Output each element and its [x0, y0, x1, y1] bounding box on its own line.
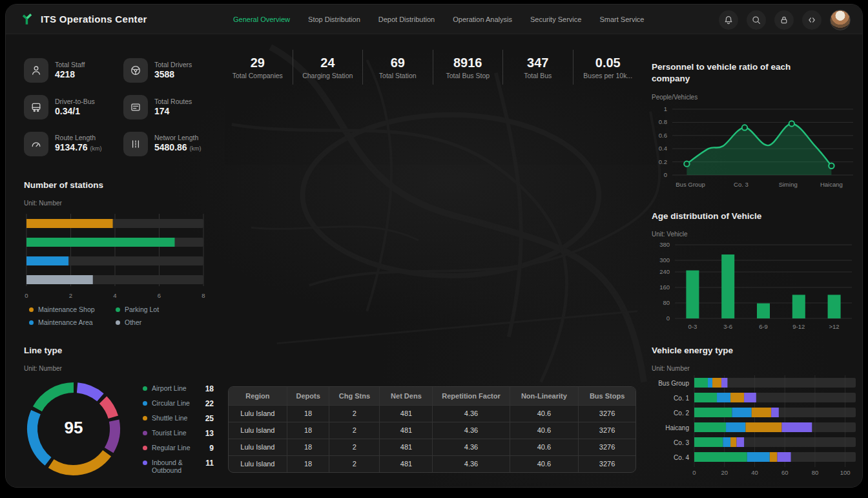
table-cell: Lulu Island — [229, 422, 287, 439]
line-type-chart-title: Line type — [24, 346, 62, 355]
legend-value: 18 — [205, 384, 214, 393]
table-row: Lulu Island1824814.3640.63276 — [229, 439, 636, 455]
svg-text:6-9: 6-9 — [759, 323, 768, 330]
table-cell: 4.36 — [433, 439, 510, 455]
kpi-label: Total Bus Stop — [446, 72, 490, 79]
legend-item-inbound-outbound[interactable]: Inbound & Outbound11 — [143, 459, 214, 474]
stations-chart-unit: Unit: Number — [24, 200, 62, 207]
legend-item-regular-line[interactable]: Regular Line9 — [143, 444, 214, 453]
energy-segment — [717, 393, 730, 402]
kpi-total-bus: 347Total Bus — [502, 50, 573, 85]
age-bar — [757, 304, 770, 318]
main-nav: General OverviewStop DistributionDepot D… — [233, 5, 644, 34]
energy-segment — [747, 452, 770, 462]
table-cell: 2 — [329, 422, 380, 439]
road-icon — [123, 132, 148, 156]
legend-item-shuttle-line[interactable]: Shuttle Line25 — [143, 414, 214, 423]
age-bar — [721, 254, 734, 318]
legend-dot — [143, 461, 147, 465]
stat-card-total-routes: Total Routes174 — [123, 93, 223, 121]
legend-item-maintenance-shop[interactable]: Maintenance Shop — [29, 306, 116, 313]
search-icon[interactable] — [747, 10, 766, 30]
stat-label: Driver-to-Bus — [55, 98, 95, 106]
svg-text:3-6: 3-6 — [723, 323, 732, 330]
energy-segment — [694, 422, 726, 432]
bell-icon[interactable] — [719, 10, 738, 30]
legend-dot — [29, 320, 34, 325]
svg-text:40: 40 — [751, 469, 758, 476]
stat-value: 174 — [154, 106, 192, 117]
table-cell: Lulu Island — [229, 405, 287, 422]
legend-item-airport-line[interactable]: Airport Line18 — [143, 384, 214, 393]
column-header-bus-stops: Bus Stops — [579, 387, 636, 405]
legend-item-other[interactable]: Other — [116, 318, 202, 326]
svg-text:0: 0 — [692, 469, 696, 476]
donut-segment-inbound-outbound — [78, 388, 101, 397]
svg-text:80: 80 — [663, 299, 670, 306]
nav-item-security-service[interactable]: Security Service — [530, 16, 581, 23]
svg-text:Co. 4: Co. 4 — [674, 454, 689, 461]
stat-value: 9134.76(km) — [55, 142, 102, 154]
energy-segment — [770, 452, 778, 462]
stat-card-driver-to-bus: Driver-to-Bus0.34/1 — [24, 93, 123, 121]
legend-item-parking-lot[interactable]: Parking Lot — [116, 306, 202, 313]
kpi-label: Total Companies — [232, 72, 283, 79]
legend-item-tourist-line[interactable]: Tourist Line13 — [143, 429, 214, 438]
page-title: ITS Operations Center — [41, 14, 147, 25]
legend-value: 22 — [205, 399, 214, 408]
svg-text:60: 60 — [781, 469, 789, 476]
fullscreen-icon[interactable] — [802, 10, 822, 30]
table-cell: 481 — [380, 422, 433, 439]
kpi-label: Total Bus — [524, 72, 552, 79]
svg-text:2: 2 — [69, 292, 72, 299]
nav-item-smart-service[interactable]: Smart Service — [599, 16, 644, 23]
stat-card-networ-length: Networ Length5480.86(km) — [123, 130, 223, 158]
svg-text:8: 8 — [202, 292, 205, 299]
table-cell: 481 — [380, 439, 433, 455]
svg-text:Co. 3: Co. 3 — [674, 439, 689, 446]
age-bar-chart: 0801602403003800-33-66-99-12>12 — [652, 240, 860, 334]
donut-segment-airport-line — [37, 388, 74, 409]
line-marker — [789, 121, 794, 126]
nav-item-depot-distribution[interactable]: Depot Distribution — [378, 16, 435, 23]
kpi-buses-per-10k: 0.05Buses per 10k... — [573, 50, 643, 85]
nav-item-operation-analysis[interactable]: Operation Analysis — [453, 16, 512, 23]
table-cell: 2 — [329, 455, 380, 472]
svg-text:0: 0 — [25, 292, 28, 299]
svg-text:0.2: 0.2 — [659, 158, 667, 165]
kpi-label: Charging Station — [302, 72, 353, 79]
user-avatar[interactable] — [830, 10, 851, 30]
svg-text:Co. 3: Co. 3 — [734, 181, 749, 188]
energy-segment — [730, 393, 744, 402]
svg-text:380: 380 — [659, 241, 670, 248]
lock-icon[interactable] — [774, 10, 794, 30]
legend-label: Maintenance Shop — [38, 306, 95, 313]
bus-icon — [24, 95, 48, 119]
kpi-value: 8916 — [453, 55, 482, 70]
stations-bar-other — [26, 275, 93, 284]
legend-item-maintenance-area[interactable]: Maintenance Area — [29, 318, 116, 326]
table-row: Lulu Island1824814.3640.63276 — [229, 405, 636, 422]
legend-dot — [143, 401, 147, 406]
column-header-repetition-factor: Repetition Factor — [433, 387, 510, 405]
legend-item-circular-line[interactable]: Circular Line22 — [143, 399, 214, 408]
legend-dot — [143, 416, 147, 420]
header-actions — [719, 10, 851, 30]
energy-segment — [708, 378, 712, 388]
stat-label: Total Routes — [154, 98, 192, 106]
legend-value: 25 — [205, 414, 214, 423]
table-cell: 4.36 — [433, 405, 510, 422]
stations-bar-maintenance-area — [26, 256, 68, 265]
stations-chart-title: Number of stations — [24, 180, 103, 190]
table-row: Lulu Island1824814.3640.63276 — [229, 455, 636, 472]
nav-item-general-overview[interactable]: General Overview — [233, 16, 290, 23]
legend-label: Circular Line — [152, 399, 201, 407]
column-header-depots: Depots — [287, 387, 329, 405]
stations-bar-chart: 02468 — [23, 211, 210, 306]
kpi-charging-station: 24Charging Station — [293, 50, 363, 85]
svg-text:160: 160 — [659, 284, 670, 291]
table-row: Lulu Island1824814.3640.63276 — [229, 422, 636, 439]
age-chart-unit: Unit: Vehicle — [652, 231, 688, 238]
donut-segment-shuttle-line — [51, 453, 107, 470]
nav-item-stop-distribution[interactable]: Stop Distribution — [308, 16, 360, 23]
